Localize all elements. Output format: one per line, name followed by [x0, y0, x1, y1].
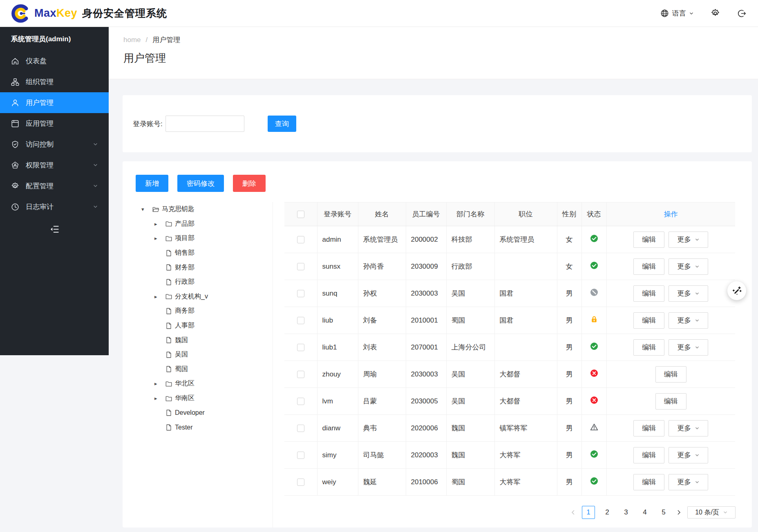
tree-node[interactable]: ▾马克思钥匙 — [123, 202, 273, 217]
row-checkbox[interactable] — [297, 398, 304, 405]
language-selector[interactable]: 语言 — [660, 9, 694, 18]
tree-node[interactable]: ▸华南区 — [123, 391, 273, 406]
edit-button[interactable]: 编辑 — [633, 285, 664, 302]
breadcrumb-separator: / — [146, 36, 148, 44]
tree-node[interactable]: ▸产品部 — [123, 217, 273, 231]
tree-node[interactable]: Tester — [123, 420, 273, 435]
sidebar-collapse-button[interactable] — [0, 217, 109, 241]
tree-node[interactable]: 蜀国 — [123, 362, 273, 377]
more-button[interactable]: 更多 — [669, 420, 708, 436]
edit-button[interactable]: 编辑 — [633, 339, 664, 356]
sidebar-item-permission[interactable]: 权限管理 — [0, 155, 109, 176]
row-checkbox[interactable] — [297, 371, 304, 378]
more-button[interactable]: 更多 — [669, 474, 708, 490]
chevron-down-icon — [695, 426, 700, 431]
edit-button[interactable]: 编辑 — [633, 447, 664, 463]
delete-button[interactable]: 删除 — [233, 175, 266, 192]
edit-button[interactable]: 编辑 — [655, 366, 686, 383]
page-number-5[interactable]: 5 — [657, 506, 670, 519]
sidebar-item-log[interactable]: 日志审计 — [0, 196, 109, 217]
page-size-select[interactable]: 10 条/页 — [687, 506, 736, 519]
sidebar-item-org[interactable]: 组织管理 — [0, 71, 109, 92]
tree-expand-arrow[interactable]: ▸ — [154, 235, 165, 241]
edit-button[interactable]: 编辑 — [633, 474, 664, 490]
row-checkbox[interactable] — [297, 344, 304, 351]
tree-expand-arrow[interactable]: ▸ — [154, 294, 165, 300]
change-password-button[interactable]: 密码修改 — [177, 175, 224, 192]
tree-expand-arrow[interactable]: ▸ — [154, 381, 165, 387]
tree-node[interactable]: 财务部 — [123, 260, 273, 275]
query-button[interactable]: 查询 — [268, 116, 296, 132]
sidebar-item-shield[interactable]: 访问控制 — [0, 134, 109, 155]
tree-node[interactable]: 魏国 — [123, 333, 273, 347]
page-number-2[interactable]: 2 — [601, 506, 614, 519]
folder-icon — [165, 380, 173, 387]
tree-node[interactable]: 商务部 — [123, 304, 273, 318]
cell-gender: 女 — [557, 253, 581, 280]
tree-node[interactable]: ▸分支机构_v — [123, 289, 273, 304]
col-employee-id: 员工编号 — [406, 203, 446, 226]
edit-button[interactable]: 编辑 — [633, 258, 664, 275]
cell-name: 周瑜 — [358, 361, 406, 388]
main-content: home / 用户管理 用户管理 登录账号: 查询 新增 密码修改 删除 ▾马克… — [109, 27, 758, 532]
settings-gear-icon[interactable] — [710, 8, 720, 18]
shield-icon — [11, 140, 20, 149]
maxkey-logo-icon — [11, 4, 30, 23]
tree-node[interactable]: 行政部 — [123, 275, 273, 289]
edit-button[interactable]: 编辑 — [633, 420, 664, 436]
row-checkbox[interactable] — [297, 290, 304, 297]
col-name: 姓名 — [358, 203, 406, 226]
page-number-4[interactable]: 4 — [638, 506, 651, 519]
tree-node[interactable]: Developer — [123, 405, 273, 420]
col-actions[interactable]: 操作 — [606, 203, 735, 226]
tree-node[interactable]: 人事部 — [123, 318, 273, 333]
tree-expand-arrow[interactable]: ▸ — [154, 221, 165, 227]
add-button[interactable]: 新增 — [136, 175, 168, 192]
sidebar-item-user[interactable]: 用户管理 — [0, 92, 109, 113]
edit-button[interactable]: 编辑 — [655, 393, 686, 410]
tree-node[interactable]: 销售部 — [123, 246, 273, 260]
sidebar-item-app[interactable]: 应用管理 — [0, 113, 109, 134]
chevron-down-icon — [93, 183, 98, 189]
col-account: 登录账号 — [317, 203, 358, 226]
cell-account: simy — [317, 442, 358, 469]
top-bar: MaxKey 身份安全管理系统 语言 — [0, 0, 758, 27]
tree-node[interactable]: 吴国 — [123, 347, 273, 362]
more-button[interactable]: 更多 — [669, 231, 708, 248]
tree-node[interactable]: ▸华北区 — [123, 376, 273, 391]
row-checkbox[interactable] — [297, 479, 304, 486]
page-number-1[interactable]: 1 — [582, 506, 595, 519]
login-account-input[interactable] — [165, 116, 244, 132]
row-checkbox[interactable] — [297, 236, 304, 243]
row-checkbox[interactable] — [297, 263, 304, 270]
more-button[interactable]: 更多 — [669, 312, 708, 329]
more-button[interactable]: 更多 — [669, 285, 708, 302]
cell-account: liub1 — [317, 334, 358, 361]
more-button[interactable]: 更多 — [669, 447, 708, 463]
cell-gender: 男 — [557, 307, 581, 334]
page-number-3[interactable]: 3 — [619, 506, 633, 519]
file-icon — [165, 351, 173, 358]
search-panel: 登录账号: 查询 — [123, 95, 752, 152]
edit-button[interactable]: 编辑 — [633, 231, 664, 248]
tree-expand-arrow[interactable]: ▸ — [154, 395, 165, 401]
tree-node[interactable]: ▸项目部 — [123, 231, 273, 246]
file-icon — [165, 322, 173, 329]
row-checkbox[interactable] — [297, 452, 304, 459]
tree-expand-arrow[interactable]: ▾ — [141, 206, 152, 212]
row-checkbox[interactable] — [297, 317, 304, 324]
magic-wand-button[interactable] — [727, 281, 746, 300]
sidebar-item-dashboard[interactable]: 仪表盘 — [0, 51, 109, 71]
more-button[interactable]: 更多 — [669, 258, 708, 275]
edit-button[interactable]: 编辑 — [633, 312, 664, 329]
table-row: weiy魏延2010006蜀国大将军男编辑更多 — [284, 469, 735, 496]
select-all-checkbox[interactable] — [297, 211, 304, 218]
more-button[interactable]: 更多 — [669, 339, 708, 356]
logout-icon[interactable] — [737, 9, 747, 18]
row-checkbox[interactable] — [297, 425, 304, 432]
sidebar-item-config[interactable]: 配置管理 — [0, 176, 109, 196]
table-row: simy司马懿2020003魏国大将军男编辑更多 — [284, 442, 735, 469]
prev-page-icon[interactable] — [570, 510, 576, 515]
breadcrumb-home-link[interactable]: home — [123, 36, 141, 44]
next-page-icon[interactable] — [676, 510, 682, 515]
